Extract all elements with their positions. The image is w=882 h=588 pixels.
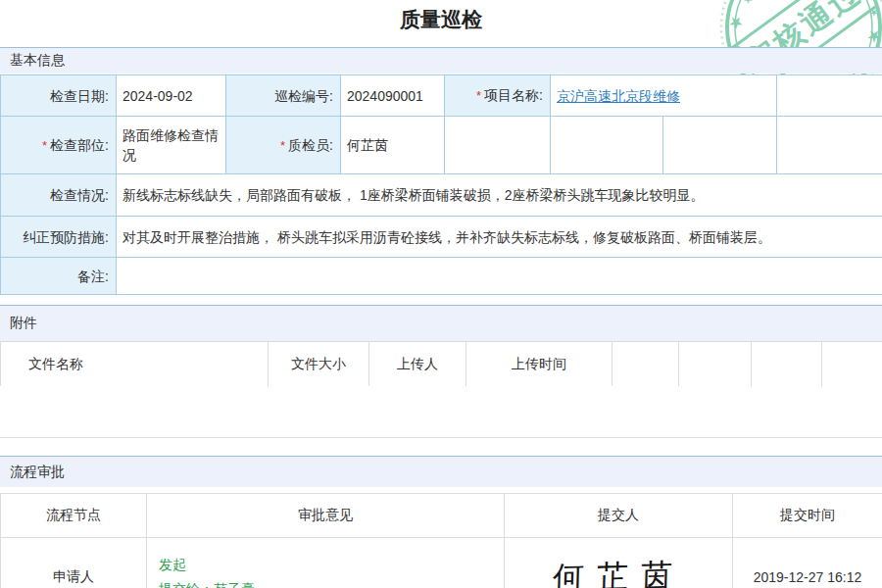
attachment-header-file-name: 文件名称 (1, 342, 269, 387)
project-name-label: *项目名称: (445, 75, 551, 117)
inspector-label-text: 质检员: (288, 137, 333, 153)
required-marker: * (42, 138, 47, 153)
empty-cell (663, 117, 777, 174)
attachment-header-empty (679, 342, 752, 387)
inspector-label: *质检员: (226, 117, 341, 174)
empty-cell (445, 117, 551, 174)
page-title: 质量巡检 (0, 6, 882, 33)
attachment-header-uploader: 上传人 (369, 342, 466, 387)
situation-value: 新线标志标线缺失，局部路面有破板， 1座桥梁桥面铺装破损，2座桥梁桥头跳车现象比… (117, 174, 882, 217)
section-header-approval: 流程审批 (0, 456, 882, 487)
attachments-empty-body (0, 386, 882, 438)
section-title: 基本信息 (10, 52, 65, 70)
approval-signature-cell: 何芷茵 (505, 538, 733, 588)
empty-cell (551, 117, 663, 174)
attachment-header-empty (612, 342, 679, 387)
required-marker: * (280, 138, 285, 153)
approval-submit-to: 提交给：苑子豪 (159, 577, 500, 588)
approval-header-node: 流程节点 (1, 494, 147, 538)
approval-header-opinion: 审批意见 (147, 494, 505, 538)
inspect-date-value: 2024-09-02 (117, 75, 226, 117)
table-row: 检查日期: 2024-09-02 巡检编号: 2024090001 *项目名称:… (1, 75, 882, 117)
attachment-header-empty (752, 342, 822, 387)
section-header-basic-info: 基本信息 (0, 47, 882, 74)
attachment-header-upload-time: 上传时间 (466, 342, 612, 387)
inspect-part-label-text: 检查部位: (50, 137, 109, 153)
table-row: 纠正预防措施: 对其及时开展整治措施， 桥头跳车拟采用沥青砼接线，并补齐缺失标志… (1, 217, 882, 258)
measures-label: 纠正预防措施: (1, 217, 117, 258)
table-row: 备注: (1, 258, 882, 295)
table-row: 检查情况: 新线标志标线缺失，局部路面有破板， 1座桥梁桥面铺装破损，2座桥梁桥… (1, 174, 882, 217)
project-name-cell: 京沪高速北京段维修 (551, 75, 777, 117)
approval-time-cell: 2019-12-27 16:12 (733, 538, 882, 588)
project-name-link[interactable]: 京沪高速北京段维修 (557, 88, 680, 104)
patrol-no-value: 2024090001 (341, 75, 445, 117)
approval-data-row: 申请人 发起 提交给：苑子豪 何芷茵 2019-12-27 16:12 (1, 538, 882, 588)
section-title: 附件 (10, 315, 37, 332)
inspect-date-label: 检查日期: (1, 75, 117, 117)
inspector-value: 何芷茵 (341, 117, 445, 174)
empty-cell (777, 75, 882, 117)
attachment-header-empty (822, 342, 882, 387)
approval-node-cell: 申请人 (1, 538, 147, 588)
remark-value (117, 258, 882, 295)
approval-table: 流程节点 审批意见 提交人 提交时间 申请人 发起 提交给：苑子豪 何芷茵 20… (0, 493, 882, 588)
basic-info-table: 检查日期: 2024-09-02 巡检编号: 2024090001 *项目名称:… (0, 74, 882, 295)
approval-header-time: 提交时间 (733, 494, 882, 538)
approval-action: 发起 (159, 553, 500, 577)
measures-value: 对其及时开展整治措施， 桥头跳车拟采用沥青砼接线，并补齐缺失标志标线，修复破板路… (117, 217, 882, 258)
inspect-part-label: *检查部位: (1, 117, 117, 174)
attachments-header-row: 文件名称 文件大小 上传人 上传时间 (1, 342, 882, 387)
approval-header-row: 流程节点 审批意见 提交人 提交时间 (1, 494, 882, 538)
inspect-part-value: 路面维修检查情况 (117, 117, 226, 174)
attachment-header-file-size: 文件大小 (269, 342, 369, 387)
approval-header-submitter: 提交人 (505, 494, 733, 538)
remark-label: 备注: (1, 258, 117, 295)
attachments-table: 文件名称 文件大小 上传人 上传时间 (0, 341, 882, 387)
approval-opinion-cell: 发起 提交给：苑子豪 (147, 538, 505, 588)
quality-inspection-page: 质量巡检 审核通过 ★ ★ ★ ★ ★ ★ 基本信息 检查日期: 2 (0, 0, 882, 588)
submitter-signature: 何芷茵 (552, 554, 685, 588)
required-marker: * (476, 88, 481, 103)
empty-cell (777, 117, 882, 174)
situation-label: 检查情况: (1, 174, 117, 217)
table-row: *检查部位: 路面维修检查情况 *质检员: 何芷茵 (1, 117, 882, 174)
project-name-label-text: 项目名称: (484, 87, 543, 103)
patrol-no-label: 巡检编号: (226, 75, 341, 117)
section-header-attachments: 附件 (0, 305, 882, 341)
section-title: 流程审批 (10, 464, 65, 481)
